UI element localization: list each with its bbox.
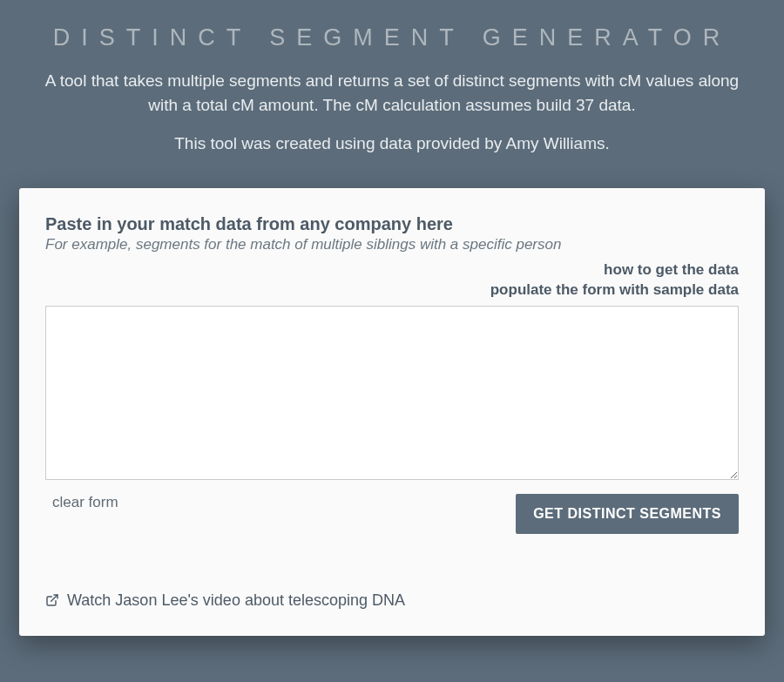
form-actions: clear form GET DISTINCT SEGMENTS [45, 489, 739, 537]
external-link-icon [45, 593, 59, 611]
svg-line-0 [51, 595, 57, 601]
form-heading: Paste in your match data from any compan… [45, 214, 739, 234]
page-title: DISTINCT SEGMENT GENERATOR [0, 0, 784, 60]
helper-links: how to get the data populate the form wi… [45, 260, 739, 300]
clear-form-link[interactable]: clear form [52, 494, 118, 511]
credits-prefix: This tool was created using data provide… [174, 134, 505, 152]
watch-video-link[interactable]: Watch Jason Lee's video about telescopin… [67, 591, 405, 609]
get-distinct-segments-button[interactable]: GET DISTINCT SEGMENTS [516, 494, 739, 534]
populate-sample-data-link[interactable]: populate the form with sample data [490, 281, 739, 298]
form-subheading: For example, segments for the match of m… [45, 236, 739, 253]
tool-description: A tool that takes multiple segments and … [0, 60, 784, 127]
credits-author-link[interactable]: Amy Williams [505, 134, 605, 152]
credits-suffix: . [605, 134, 609, 152]
segments-input[interactable] [45, 306, 739, 480]
video-link-line: Watch Jason Lee's video about telescopin… [45, 591, 739, 611]
form-card: Paste in your match data from any compan… [19, 188, 765, 636]
how-to-get-data-link[interactable]: how to get the data [604, 261, 739, 278]
tool-credits: This tool was created using data provide… [0, 127, 784, 171]
